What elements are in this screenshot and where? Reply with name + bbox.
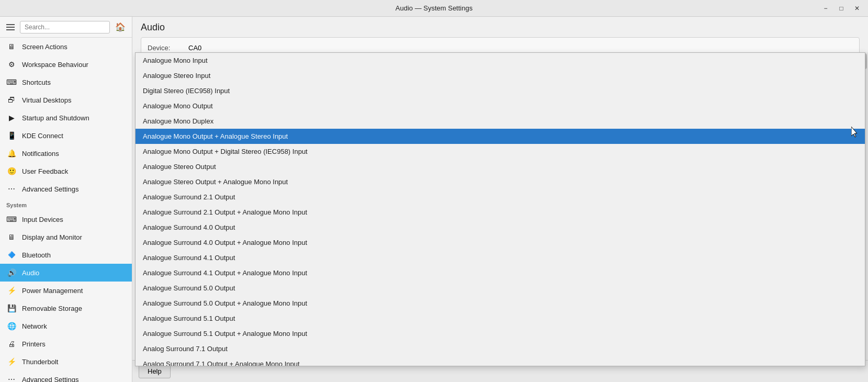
advanced-system-icon: ⋯ <box>6 374 17 382</box>
audio-icon: 🔊 <box>6 267 17 278</box>
user-feedback-icon: 🙂 <box>6 166 17 176</box>
sidebar-item-network[interactable]: 🌐 Network <box>0 317 132 335</box>
sidebar-item-startup-shutdown[interactable]: ▶ Startup and Shutdown <box>0 109 132 127</box>
search-input[interactable] <box>20 21 110 33</box>
sidebar-item-label: Screen Actions <box>22 43 67 51</box>
sidebar-item-advanced-settings-system[interactable]: ⋯ Advanced Settings <box>0 370 132 382</box>
dropdown-item[interactable]: Analogue Surround 5.1 Output + Analogue … <box>136 326 865 341</box>
thunderbolt-icon: ⚡ <box>6 356 17 367</box>
dropdown-item[interactable]: Analogue Mono Output <box>136 98 865 114</box>
dropdown-item[interactable]: Analogue Surround 4.0 Output + Analogue … <box>136 235 865 250</box>
page-title: Audio <box>141 22 860 33</box>
notifications-icon: 🔔 <box>6 148 17 159</box>
dropdown-item[interactable]: Analogue Surround 5.0 Output <box>136 280 865 296</box>
sidebar-item-label: Advanced Settings <box>22 185 78 193</box>
sidebar-item-notifications[interactable]: 🔔 Notifications <box>0 144 132 162</box>
sidebar-item-label: Network <box>22 322 47 330</box>
sidebar-item-user-feedback[interactable]: 🙂 User Feedback <box>0 162 132 180</box>
sidebar-item-label: Printers <box>22 340 46 348</box>
main-layout: 🏠 🖥 Screen Actions ⚙ Workspace Behaviour… <box>0 17 868 382</box>
dropdown-item[interactable]: Analog Surround 7.1 Output <box>136 341 865 356</box>
profile-dropdown[interactable]: Analogue Mono InputAnalogue Stereo Input… <box>135 52 865 366</box>
display-icon: 🖥 <box>6 232 17 242</box>
sidebar-item-label: Thunderbolt <box>22 358 58 366</box>
sidebar-item-thunderbolt[interactable]: ⚡ Thunderbolt <box>0 353 132 370</box>
input-devices-icon: ⌨ <box>6 214 17 224</box>
sidebar-item-label: Workspace Behaviour <box>22 61 88 69</box>
device-value: CA0 <box>188 44 201 52</box>
dropdown-item[interactable]: Analogue Surround 4.0 Output <box>136 220 865 235</box>
device-label: Device: <box>148 44 184 52</box>
dropdown-item[interactable]: Analogue Surround 5.1 Output <box>136 311 865 326</box>
device-row: Device: CA0 <box>148 44 853 52</box>
dropdown-item[interactable]: Analogue Surround 2.1 Output + Analogue … <box>136 205 865 220</box>
advanced-personal-icon: ⋯ <box>6 184 17 194</box>
sidebar-item-workspace-behaviour[interactable]: ⚙ Workspace Behaviour <box>0 55 132 73</box>
sidebar-item-label: Display and Monitor <box>22 233 82 241</box>
dropdown-item[interactable]: Analogue Stereo Output + Analogue Mono I… <box>136 174 865 189</box>
close-button[interactable]: ✕ <box>850 3 864 14</box>
sidebar-item-printers[interactable]: 🖨 Printers <box>0 335 132 353</box>
titlebar: Audio — System Settings − □ ✕ <box>0 0 868 17</box>
sidebar-item-label: Startup and Shutdown <box>22 114 89 122</box>
startup-icon: ▶ <box>6 113 17 123</box>
bluetooth-icon: 🔷 <box>6 250 17 260</box>
screen-actions-icon: 🖥 <box>6 41 17 52</box>
content-header: Audio <box>132 17 868 37</box>
sidebar-item-virtual-desktops[interactable]: 🗗 Virtual Desktops <box>0 91 132 109</box>
sidebar-item-label: Advanced Settings <box>22 376 78 383</box>
maximize-button[interactable]: □ <box>835 3 848 14</box>
sidebar-item-label: Power Management <box>22 287 83 295</box>
dropdown-item[interactable]: Analogue Mono Output + Analogue Stereo I… <box>136 129 865 144</box>
dropdown-item[interactable]: Analogue Mono Output + Digital Stereo (I… <box>136 144 865 159</box>
dropdown-item[interactable]: Analogue Stereo Input <box>136 68 865 83</box>
dropdown-item[interactable]: Analog Surround 7.1 Output + Analogue Mo… <box>136 356 865 366</box>
network-icon: 🌐 <box>6 321 17 331</box>
hamburger-button[interactable] <box>4 22 17 32</box>
sidebar-item-kde-connect[interactable]: 📱 KDE Connect <box>0 127 132 144</box>
sidebar-item-label: Input Devices <box>22 216 63 223</box>
dropdown-item[interactable]: Analogue Mono Duplex <box>136 114 865 129</box>
window-title: Audio — System Settings <box>396 4 472 12</box>
sidebar-item-bluetooth[interactable]: 🔷 Bluetooth <box>0 246 132 264</box>
sidebar: 🏠 🖥 Screen Actions ⚙ Workspace Behaviour… <box>0 17 132 382</box>
dropdown-item[interactable]: Analogue Surround 4.1 Output + Analogue … <box>136 265 865 280</box>
sidebar-items: 🖥 Screen Actions ⚙ Workspace Behaviour ⌨… <box>0 38 132 382</box>
dropdown-item[interactable]: Analogue Surround 5.0 Output + Analogue … <box>136 296 865 311</box>
sidebar-item-label: Shortcuts <box>22 78 51 86</box>
sidebar-item-label: Removable Storage <box>22 305 82 312</box>
sidebar-item-label: Notifications <box>22 150 59 158</box>
printers-icon: 🖨 <box>6 339 17 349</box>
window-controls: − □ ✕ <box>819 3 864 14</box>
minimize-button[interactable]: − <box>819 3 832 14</box>
storage-icon: 💾 <box>6 303 17 313</box>
sidebar-item-input-devices[interactable]: ⌨ Input Devices <box>0 210 132 228</box>
power-icon: ⚡ <box>6 285 17 296</box>
sidebar-item-advanced-settings-personal[interactable]: ⋯ Advanced Settings <box>0 180 132 198</box>
kde-connect-icon: 📱 <box>6 130 17 141</box>
system-section-label: System <box>0 198 132 210</box>
virtual-desktops-icon: 🗗 <box>6 95 17 105</box>
sidebar-item-shortcuts[interactable]: ⌨ Shortcuts <box>0 73 132 91</box>
sidebar-item-label: KDE Connect <box>22 132 63 140</box>
sidebar-item-label: User Feedback <box>22 167 68 175</box>
sidebar-item-label: Virtual Desktops <box>22 96 71 104</box>
sidebar-item-screen-actions[interactable]: 🖥 Screen Actions <box>0 38 132 55</box>
dropdown-item[interactable]: Analogue Surround 4.1 Output <box>136 250 865 265</box>
shortcuts-icon: ⌨ <box>6 77 17 87</box>
sidebar-item-audio[interactable]: 🔊 Audio <box>0 264 132 282</box>
sidebar-item-label: Audio <box>22 269 39 277</box>
content-area: Audio Device: CA0 Profile: Analogue Mono… <box>132 17 868 382</box>
dropdown-item[interactable]: Analogue Stereo Output <box>136 159 865 174</box>
sidebar-item-label: Bluetooth <box>22 251 51 259</box>
sidebar-item-display-monitor[interactable]: 🖥 Display and Monitor <box>0 228 132 246</box>
dropdown-item[interactable]: Analogue Surround 2.1 Output <box>136 189 865 205</box>
dropdown-item[interactable]: Digital Stereo (IEC958) Input <box>136 83 865 98</box>
workspace-icon: ⚙ <box>6 59 17 70</box>
help-button[interactable]: Help <box>139 364 171 378</box>
sidebar-item-power-management[interactable]: ⚡ Power Management <box>0 282 132 299</box>
sidebar-item-removable-storage[interactable]: 💾 Removable Storage <box>0 299 132 317</box>
dropdown-item[interactable]: Analogue Mono Input <box>136 53 865 68</box>
home-button[interactable]: 🏠 <box>113 20 128 34</box>
sidebar-header: 🏠 <box>0 17 132 38</box>
